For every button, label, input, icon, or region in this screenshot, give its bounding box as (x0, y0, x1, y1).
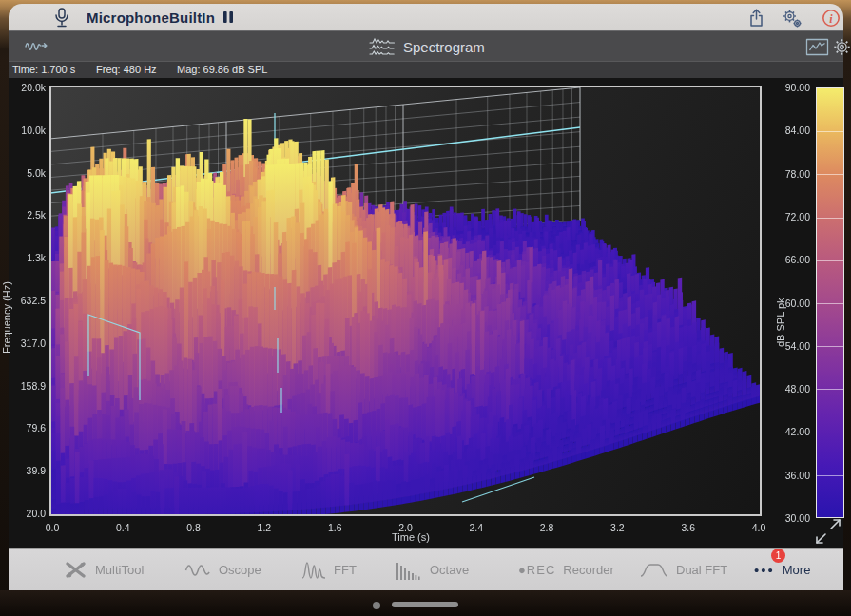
screen: MicrophoneBuiltIn (0, 0, 851, 616)
db-tick-label: 48.00 (766, 383, 810, 395)
tool-fft[interactable]: FFT (301, 549, 357, 591)
octave-bars-icon (396, 561, 422, 580)
fft-icon (301, 561, 326, 580)
waterfall-3d-canvas[interactable] (0, 0, 851, 548)
colorbar-tick (817, 260, 843, 261)
freq-tick-label: 317.0 (2, 337, 46, 349)
db-tick-label: 66.00 (766, 254, 810, 265)
multitool-icon (64, 559, 87, 581)
db-tick-label: 60.00 (766, 298, 810, 309)
time-tick-label: 0.0 (35, 522, 69, 533)
colorbar-tick (817, 433, 843, 433)
db-tick-label: 42.00 (766, 426, 810, 437)
freq-tick-label: 79.6 (2, 422, 46, 433)
tool-recorder[interactable]: ●REC Recorder (518, 549, 614, 591)
db-tick-label: 78.00 (766, 168, 810, 180)
rec-icon: ●REC (518, 563, 555, 577)
tool-switcher-toolbar: MultiTool Oscope FFT Octave (9, 548, 843, 590)
tool-oscope[interactable]: Oscope (184, 549, 261, 591)
db-tick-label: 54.00 (766, 340, 810, 352)
freq-tick-label: 5.0k (2, 167, 46, 179)
colorbar-tick (817, 389, 843, 390)
db-tick-label: 36.00 (766, 470, 810, 481)
expand-arrows-icon[interactable] (811, 515, 847, 548)
tool-dual-fft[interactable]: Dual FFT (640, 549, 727, 591)
freq-tick-label: 20.0k (2, 82, 46, 93)
time-tick-label: 2.8 (530, 522, 564, 533)
pointer-dot (373, 602, 380, 609)
db-tick-label: 72.00 (766, 211, 810, 222)
colorbar-tick (817, 303, 843, 304)
freq-tick-label: 158.9 (2, 380, 46, 392)
colorbar-tick (817, 174, 843, 175)
tool-more[interactable]: ••• 1 More (754, 549, 810, 591)
freq-tick-label: 2.5k (2, 209, 46, 221)
time-tick-label: 2.4 (459, 522, 493, 533)
time-tick-label: 2.0 (389, 522, 423, 533)
more-dots-icon: ••• (754, 562, 775, 578)
more-badge: 1 (771, 549, 785, 563)
colorbar-tick (817, 346, 843, 347)
tool-multitool[interactable]: MultiTool (64, 549, 144, 591)
colorbar-tick (817, 131, 843, 132)
time-tick-label: 0.4 (106, 522, 140, 533)
time-tick-label: 1.6 (318, 522, 352, 533)
home-indicator[interactable] (392, 602, 458, 607)
db-axis-name: dB SPL pk (775, 271, 786, 347)
time-tick-label: 3.2 (600, 522, 634, 533)
time-tick-label: 3.6 (671, 522, 706, 533)
colorbar-tick (817, 475, 843, 476)
freq-tick-label: 632.5 (2, 295, 46, 306)
db-tick-label: 84.00 (766, 125, 810, 136)
colorbar[interactable] (816, 87, 844, 518)
tool-octave[interactable]: Octave (396, 549, 469, 591)
oscope-icon (184, 562, 211, 579)
db-tick-label: 30.00 (766, 512, 810, 524)
freq-tick-label: 20.0 (2, 508, 46, 519)
freq-tick-label: 1.3k (2, 252, 46, 263)
time-tick-label: 1.2 (247, 522, 281, 533)
dual-fft-icon (640, 563, 668, 578)
colorbar-tick (817, 218, 843, 219)
freq-tick-label: 10.0k (2, 125, 46, 136)
time-tick-label: 0.8 (177, 522, 211, 533)
freq-tick-label: 39.9 (2, 465, 46, 476)
db-tick-label: 90.00 (766, 82, 810, 93)
